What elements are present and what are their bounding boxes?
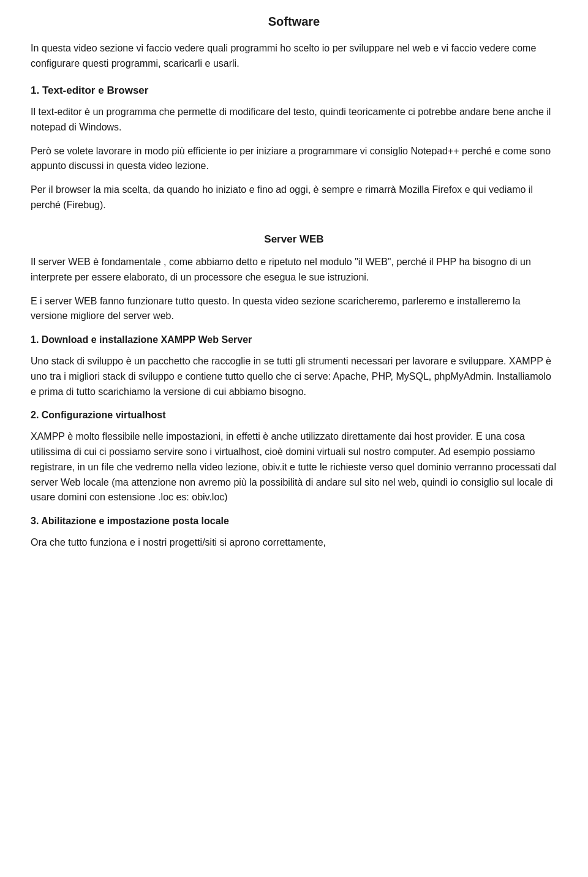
sub1-heading: 1. Download e installazione XAMPP Web Se… [31, 333, 557, 348]
page-title: Software [31, 12, 557, 31]
section1-heading: 1. Text-editor e Browser [31, 83, 557, 99]
section1-para3: Per il browser la mia scelta, da quando … [31, 183, 557, 213]
section1-para2: Però se volete lavorare in modo più effi… [31, 144, 557, 175]
sub2-heading: 2. Configurazione virtualhost [31, 408, 557, 423]
server-web-intro1: Il server WEB è fondamentale , come abbi… [31, 255, 557, 285]
intro-paragraph: In questa video sezione vi faccio vedere… [31, 41, 557, 72]
sub3-heading: 3. Abilitazione e impostazione posta loc… [31, 514, 557, 529]
sub3-para: Ora che tutto funziona e i nostri proget… [31, 535, 557, 551]
section1-para1: Il text-editor è un programma che permet… [31, 105, 557, 135]
server-web-heading: Server WEB [31, 231, 557, 247]
server-web-intro2: E i server WEB fanno funzionare tutto qu… [31, 294, 557, 325]
sub2-para: XAMPP è molto flessibile nelle impostazi… [31, 429, 557, 505]
sub1-para: Uno stack di sviluppo è un pacchetto che… [31, 354, 557, 399]
